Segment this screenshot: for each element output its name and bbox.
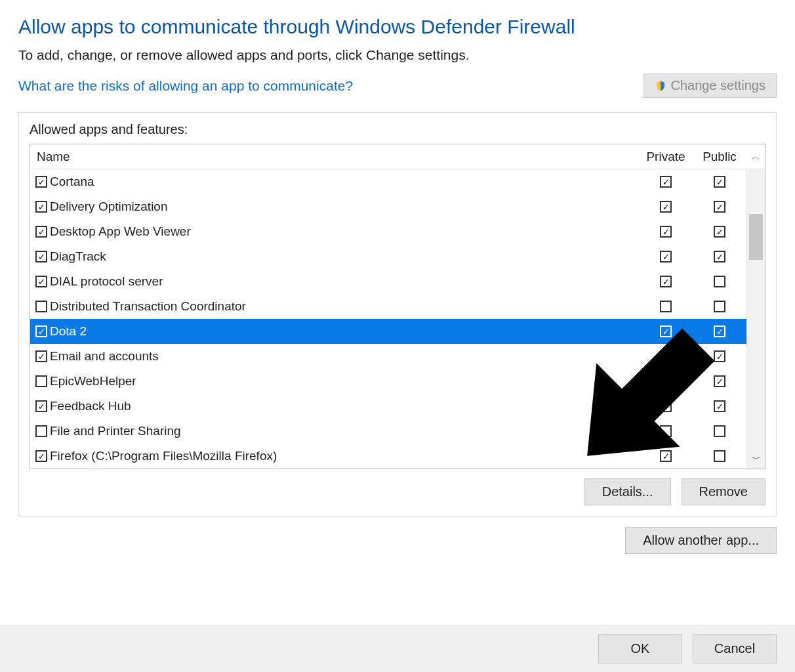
row-enable-checkbox[interactable]: ✓ (35, 226, 47, 238)
column-private[interactable]: Private (639, 150, 693, 164)
row-private-checkbox[interactable]: ✓ (660, 326, 672, 337)
row-private-checkbox[interactable]: ✓ (660, 276, 672, 287)
row-name-label: DiagTrack (50, 249, 106, 264)
row-public-checkbox[interactable]: ✓ (714, 375, 725, 387)
table-row[interactable]: File and Printer Sharing (30, 419, 765, 444)
remove-button[interactable]: Remove (682, 478, 765, 505)
row-private-checkbox[interactable] (660, 301, 672, 312)
change-settings-button[interactable]: Change settings (643, 74, 777, 98)
row-public-checkbox[interactable]: ✓ (714, 226, 725, 238)
row-enable-checkbox[interactable] (35, 301, 47, 312)
row-public-checkbox[interactable]: ✓ (714, 176, 725, 188)
allowed-apps-panel: Allowed apps and features: Name Private … (18, 112, 777, 516)
row-name-label: Firefox (C:\Program Files\Mozilla Firefo… (50, 449, 277, 463)
row-enable-checkbox[interactable] (35, 425, 47, 437)
row-private-checkbox[interactable] (660, 425, 672, 437)
change-settings-label: Change settings (670, 78, 765, 93)
scroll-up-header[interactable]: ︿ (746, 151, 765, 163)
table-row[interactable]: ✓Cortana✓✓ (30, 169, 765, 194)
row-public-checkbox[interactable] (714, 276, 725, 287)
table-row[interactable]: ✓Email and accounts✓✓ (30, 344, 765, 369)
table-row[interactable]: Distributed Transaction Coordinator (30, 294, 765, 319)
row-name-label: Delivery Optimization (50, 200, 168, 214)
scroll-track[interactable] (747, 188, 765, 450)
row-enable-checkbox[interactable]: ✓ (35, 276, 47, 287)
row-public-checkbox[interactable] (714, 450, 725, 462)
table-row[interactable]: ✓DIAL protocol server✓ (30, 269, 765, 294)
row-enable-checkbox[interactable]: ✓ (35, 450, 47, 462)
table-row[interactable]: ✓Desktop App Web Viewer✓✓ (30, 219, 765, 244)
cancel-button[interactable]: Cancel (693, 634, 777, 663)
row-name-label: Feedback Hub (50, 399, 131, 413)
row-name-label: Cortana (50, 175, 94, 189)
row-enable-checkbox[interactable]: ✓ (35, 176, 47, 188)
table-row[interactable]: ✓Dota 2✓✓ (30, 319, 765, 344)
row-enable-checkbox[interactable]: ✓ (35, 251, 47, 262)
scroll-thumb[interactable] (749, 214, 763, 260)
shield-icon (655, 80, 666, 92)
row-private-checkbox[interactable]: ✓ (660, 226, 672, 238)
allowed-apps-listbox[interactable]: Name Private Public ︿ ✓Cortana✓✓✓Deliver… (30, 144, 765, 469)
column-name[interactable]: Name (30, 150, 639, 164)
page-title: Allow apps to communicate through Window… (18, 16, 777, 38)
column-public[interactable]: Public (693, 150, 746, 164)
row-enable-checkbox[interactable]: ✓ (35, 201, 47, 213)
allow-another-app-button[interactable]: Allow another app... (625, 527, 777, 554)
row-private-checkbox[interactable]: ✓ (660, 450, 672, 462)
row-private-checkbox[interactable]: ✓ (660, 400, 672, 412)
row-public-checkbox[interactable] (714, 425, 725, 437)
list-header: Name Private Public ︿ (30, 144, 765, 169)
scroll-down-icon[interactable]: ﹀ (747, 450, 765, 469)
row-name-label: Dota 2 (50, 324, 87, 339)
row-name-label: Email and accounts (50, 349, 159, 364)
row-name-label: DIAL protocol server (50, 274, 163, 289)
ok-button[interactable]: OK (598, 634, 682, 663)
row-name-label: File and Printer Sharing (50, 424, 181, 438)
table-row[interactable]: EpicWebHelper✓✓ (30, 369, 765, 394)
page-subtitle: To add, change, or remove allowed apps a… (18, 47, 777, 63)
row-private-checkbox[interactable]: ✓ (660, 350, 672, 362)
row-public-checkbox[interactable]: ✓ (714, 251, 725, 262)
row-private-checkbox[interactable]: ✓ (660, 176, 672, 188)
table-row[interactable]: ✓Firefox (C:\Program Files\Mozilla Firef… (30, 444, 765, 469)
risks-link[interactable]: What are the risks of allowing an app to… (18, 78, 353, 94)
row-name-label: Distributed Transaction Coordinator (50, 299, 246, 314)
table-row[interactable]: ✓DiagTrack✓✓ (30, 244, 765, 269)
table-row[interactable]: ✓Delivery Optimization✓✓ (30, 194, 765, 219)
row-public-checkbox[interactable]: ✓ (714, 400, 725, 412)
row-private-checkbox[interactable]: ✓ (660, 375, 672, 387)
row-enable-checkbox[interactable]: ✓ (35, 326, 47, 337)
row-enable-checkbox[interactable]: ✓ (35, 400, 47, 412)
row-name-label: EpicWebHelper (50, 374, 136, 388)
row-public-checkbox[interactable]: ✓ (714, 326, 725, 337)
dialog-footer: OK Cancel (0, 625, 795, 672)
row-public-checkbox[interactable]: ✓ (714, 350, 725, 362)
row-public-checkbox[interactable] (714, 301, 725, 312)
table-row[interactable]: ✓Feedback Hub✓✓ (30, 394, 765, 419)
row-public-checkbox[interactable]: ✓ (714, 201, 725, 213)
details-button[interactable]: Details... (584, 478, 671, 505)
scroll-up-icon[interactable] (747, 169, 765, 188)
row-private-checkbox[interactable]: ✓ (660, 251, 672, 262)
scrollbar[interactable]: ﹀ (746, 169, 765, 469)
panel-label: Allowed apps and features: (30, 122, 765, 137)
row-private-checkbox[interactable]: ✓ (660, 201, 672, 213)
row-name-label: Desktop App Web Viewer (50, 224, 191, 239)
row-enable-checkbox[interactable] (35, 375, 47, 387)
row-enable-checkbox[interactable]: ✓ (35, 350, 47, 362)
